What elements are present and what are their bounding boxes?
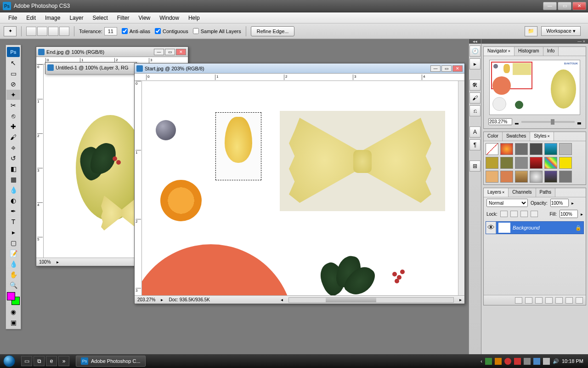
document-window-start[interactable]: Start.jpg @ 203% (RGB/8) — ▭ ✕ 01234 012… <box>134 63 465 304</box>
style-swatch[interactable] <box>486 157 498 169</box>
layer-comps-icon[interactable]: ⊞ <box>469 161 481 172</box>
scroll-left-icon[interactable]: ◂ <box>281 297 283 302</box>
lock-all-icon[interactable] <box>531 211 538 217</box>
doc-close-button[interactable]: ✕ <box>176 49 186 55</box>
blend-mode-select[interactable]: Normal <box>486 199 528 207</box>
style-swatch[interactable] <box>515 171 528 183</box>
tray-icon[interactable] <box>543 358 550 365</box>
selection-new-icon[interactable] <box>26 27 36 36</box>
scroll-right-icon[interactable]: ▸ <box>459 297 462 302</box>
menu-view[interactable]: View <box>134 13 155 23</box>
menu-layer[interactable]: Layer <box>65 13 88 23</box>
style-swatch[interactable] <box>515 143 528 155</box>
history-brush-tool[interactable]: ↺ <box>6 153 20 163</box>
layer-thumbnail[interactable] <box>498 223 510 233</box>
menu-filter[interactable]: Filter <box>113 13 134 23</box>
network-icon[interactable] <box>533 358 540 365</box>
style-swatch[interactable] <box>530 157 543 169</box>
dodge-tool[interactable]: ◐ <box>6 196 20 206</box>
paragraph-panel-icon[interactable]: ¶ <box>469 139 481 150</box>
doc-close-button[interactable]: ✕ <box>452 65 463 72</box>
selection-subtract-icon[interactable] <box>48 27 58 36</box>
zoom-readout[interactable]: 100% <box>39 259 51 264</box>
layer-style-icon[interactable] <box>525 297 532 304</box>
tab-paths[interactable]: Paths <box>536 188 556 197</box>
actions-panel-icon[interactable]: ▸ <box>469 58 481 69</box>
go-to-bridge-icon[interactable]: 📁 <box>525 26 537 36</box>
clone-stamp-tool[interactable]: ⎆ <box>6 143 20 153</box>
menu-file[interactable]: File <box>4 13 22 23</box>
maximize-button[interactable]: ▭ <box>558 2 571 10</box>
menu-window[interactable]: Window <box>155 13 184 23</box>
document-window-untitled[interactable]: Untitled-1 @ 100% (Layer 3, RG <box>45 62 137 74</box>
layer-name[interactable]: Background <box>513 225 575 230</box>
minimize-button[interactable]: — <box>543 2 557 10</box>
layer-row-background[interactable]: 👁 Background 🔒 <box>486 221 584 234</box>
scrollbar-horizontal[interactable] <box>288 297 454 303</box>
brushes-panel-icon[interactable]: 🖌 <box>469 92 481 104</box>
style-swatch[interactable] <box>544 143 557 155</box>
lasso-tool[interactable]: ⊘ <box>6 79 20 89</box>
gradient-tool[interactable]: ▦ <box>6 174 20 184</box>
menu-image[interactable]: Image <box>40 13 65 23</box>
style-swatch[interactable] <box>500 143 513 155</box>
lock-position-icon[interactable] <box>520 211 528 217</box>
navigator-zoom-input[interactable] <box>488 118 512 125</box>
doc-maximize-button[interactable]: ▭ <box>165 49 175 55</box>
style-swatch[interactable] <box>559 171 572 183</box>
type-tool[interactable]: T <box>6 217 20 227</box>
refine-edge-button[interactable]: Refine Edge... <box>251 26 295 36</box>
anti-alias-checkbox[interactable]: Anti-alias <box>122 28 150 34</box>
volume-icon[interactable]: 🔊 <box>553 358 559 364</box>
eraser-tool[interactable]: ◧ <box>6 164 20 174</box>
tab-layers[interactable]: Layers× <box>484 188 509 197</box>
ie-icon[interactable]: e <box>46 356 57 366</box>
style-swatch[interactable] <box>515 157 528 169</box>
magic-wand-tool[interactable]: ✦ <box>6 90 20 100</box>
navigator-thumbnail[interactable]: BAKTOUK <box>489 60 580 115</box>
tray-icon[interactable] <box>504 358 511 365</box>
style-none[interactable] <box>486 143 498 155</box>
workspace-picker[interactable]: Workspace ▾ <box>541 26 581 36</box>
crop-tool[interactable]: ✂ <box>6 100 20 110</box>
tray-icon[interactable] <box>514 358 521 365</box>
tool-presets-icon[interactable]: 🛠 <box>469 80 481 91</box>
layer-mask-icon[interactable] <box>535 297 543 304</box>
hand-tool[interactable]: ✋ <box>6 270 20 280</box>
zoom-readout[interactable]: 203.27% <box>137 297 155 302</box>
style-swatch[interactable] <box>500 171 513 183</box>
document-titlebar[interactable]: Untitled-1 @ 100% (Layer 3, RG <box>45 63 136 73</box>
menu-help[interactable]: Help <box>184 13 204 23</box>
current-tool-icon[interactable]: ✦ <box>4 26 17 36</box>
selection-add-icon[interactable] <box>37 27 47 36</box>
foreground-color-swatch[interactable] <box>7 292 15 300</box>
zoom-tool[interactable]: 🔍 <box>6 280 20 290</box>
path-selection-tool[interactable]: ▸ <box>6 227 20 237</box>
eyedropper-tool[interactable]: 💧 <box>6 259 20 269</box>
scrollbar-vertical[interactable] <box>458 81 464 295</box>
contiguous-checkbox[interactable]: Contiguous <box>155 28 188 34</box>
selection-intersect-icon[interactable] <box>59 27 69 36</box>
tray-icon[interactable] <box>485 358 492 365</box>
tray-icon[interactable] <box>495 358 502 365</box>
color-swatches[interactable] <box>7 292 20 305</box>
shape-tool[interactable]: ▢ <box>6 238 20 248</box>
lock-transparency-icon[interactable] <box>500 211 508 217</box>
sample-all-layers-checkbox[interactable]: Sample All Layers <box>193 28 241 34</box>
delete-layer-icon[interactable] <box>576 297 583 304</box>
style-swatch[interactable] <box>530 171 543 183</box>
zoom-out-icon[interactable]: ▂ <box>515 119 519 124</box>
doc-minimize-button[interactable]: — <box>154 49 164 55</box>
style-swatch[interactable] <box>486 171 498 183</box>
zoom-in-icon[interactable]: ▃ <box>577 119 581 124</box>
switch-windows-icon[interactable]: ⧉ <box>34 356 45 366</box>
clone-source-icon[interactable]: ⎌ <box>469 105 481 116</box>
screen-mode-icon[interactable]: ▣ <box>6 317 20 328</box>
chevron-icon[interactable]: » <box>58 356 69 366</box>
tab-histogram[interactable]: Histogram <box>514 47 543 56</box>
status-arrow-icon[interactable]: ▸ <box>161 297 163 302</box>
canvas[interactable] <box>142 81 458 295</box>
pen-tool[interactable]: ✒ <box>6 206 20 216</box>
clock[interactable]: 10:18 PM <box>562 358 583 364</box>
link-layers-icon[interactable] <box>515 297 522 304</box>
